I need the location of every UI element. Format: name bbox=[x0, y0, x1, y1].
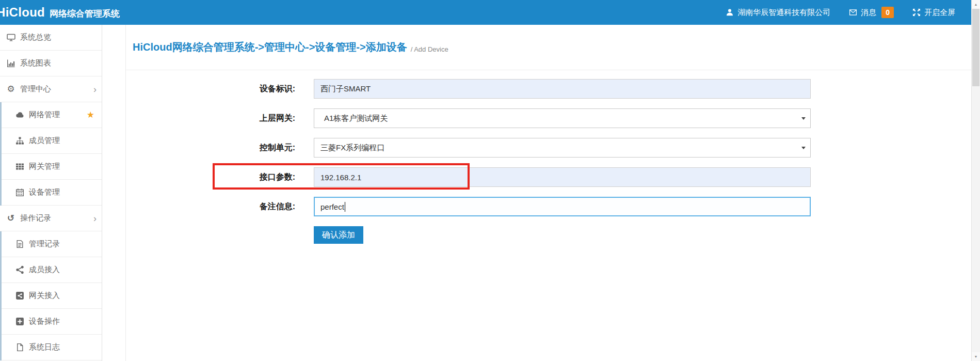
main-content: HiCloud网络综合管理系统->管理中心->设备管理->添加设备 / Add … bbox=[125, 25, 971, 361]
star-icon: ★ bbox=[87, 111, 94, 119]
chevron-right-icon: › bbox=[93, 214, 97, 223]
sidebar-nav: 系统总览 系统图表 ⚙ 管理中心 › 网络管理 ★ 成员管理 bbox=[0, 25, 102, 361]
fullscreen-label: 开启全屏 bbox=[924, 8, 955, 18]
device-id-label: 设备标识: bbox=[126, 84, 295, 95]
file-text-icon bbox=[15, 240, 24, 249]
envelope-icon bbox=[849, 8, 857, 17]
messages-label: 消息 bbox=[861, 8, 876, 18]
user-icon bbox=[726, 8, 734, 17]
vertical-scrollbar[interactable]: ▲ ▼ bbox=[971, 0, 980, 361]
sidebar-item-network-management[interactable]: 网络管理 ★ bbox=[2, 102, 102, 128]
bar-chart-icon bbox=[6, 59, 15, 68]
sidebar-group-management: 网络管理 ★ 成员管理 网关管理 设备管理 bbox=[0, 102, 102, 206]
breadcrumb: HiCloud网络综合管理系统->管理中心->设备管理->添加设备 / Add … bbox=[126, 25, 971, 70]
upper-gateway-select[interactable]: A1栋客户测试网关 bbox=[314, 108, 811, 128]
messages-count-badge: 0 bbox=[881, 7, 894, 18]
sidebar-item-label: 操作记录 bbox=[20, 213, 51, 223]
form-row-remark: 备注信息: perfect bbox=[126, 197, 971, 216]
sidebar-item-label: 管理记录 bbox=[29, 239, 60, 249]
upper-gateway-label: 上层网关: bbox=[126, 113, 295, 124]
share-icon bbox=[15, 265, 24, 275]
plus-square-icon bbox=[15, 317, 24, 326]
calendar-icon bbox=[15, 188, 24, 197]
control-unit-select[interactable]: 三菱FX系列编程口 bbox=[314, 138, 811, 158]
sidebar-item-device-operation[interactable]: 设备操作 bbox=[2, 309, 102, 335]
interface-params-label: 接口参数: bbox=[126, 172, 295, 183]
grid-icon bbox=[15, 162, 24, 171]
sidebar-item-management-records[interactable]: 管理记录 bbox=[2, 231, 102, 257]
sitemap-icon bbox=[15, 136, 24, 146]
sidebar-group-records: 管理记录 成员接入 网关接入 设备操作 系统日志 bbox=[0, 231, 102, 360]
sidebar-item-gateway-access[interactable]: 网关接入 bbox=[2, 283, 102, 309]
sidebar-item-member-access[interactable]: 成员接入 bbox=[2, 257, 102, 283]
history-icon: ↺ bbox=[6, 214, 15, 223]
sidebar-item-member-management[interactable]: 成员管理 bbox=[2, 128, 102, 154]
sidebar-item-label: 系统图表 bbox=[20, 58, 51, 68]
monitor-icon bbox=[6, 33, 15, 42]
sidebar-item-label: 系统日志 bbox=[29, 342, 60, 352]
scroll-down-button[interactable]: ▼ bbox=[972, 352, 980, 361]
file-icon bbox=[15, 343, 24, 352]
remark-label: 备注信息: bbox=[126, 201, 295, 212]
breadcrumb-suffix: / Add Device bbox=[411, 42, 448, 53]
chevron-down-icon bbox=[801, 117, 806, 120]
confirm-add-button[interactable]: 确认添加 bbox=[314, 226, 363, 244]
control-unit-selected-value: 三菱FX系列编程口 bbox=[320, 143, 384, 153]
form-row-interface-params: 接口参数: bbox=[126, 167, 971, 187]
add-device-form: 设备标识: 上层网关: A1栋客户测试网关 控制单元: 三菱FX系列编程口 接口… bbox=[126, 70, 971, 244]
fullscreen-icon bbox=[912, 8, 921, 17]
form-row-control-unit: 控制单元: 三菱FX系列编程口 bbox=[126, 138, 971, 158]
scrollbar-thumb[interactable] bbox=[972, 9, 979, 86]
form-row-upper-gateway: 上层网关: A1栋客户测试网关 bbox=[126, 108, 971, 128]
sidebar-item-system-charts[interactable]: 系统图表 bbox=[0, 51, 102, 76]
chevron-right-icon: › bbox=[93, 85, 97, 94]
sidebar-item-label: 系统总览 bbox=[20, 33, 51, 42]
control-unit-label: 控制单元: bbox=[126, 143, 295, 153]
device-id-input[interactable] bbox=[314, 79, 811, 99]
sidebar-item-management-center[interactable]: ⚙ 管理中心 › bbox=[0, 76, 102, 102]
sidebar-item-gateway-management[interactable]: 网关管理 bbox=[2, 154, 102, 180]
upper-gateway-selected-value: A1栋客户测试网关 bbox=[324, 114, 388, 123]
company-account[interactable]: 湖南华辰智通科技有限公司 bbox=[726, 8, 830, 18]
sidebar-item-system-log[interactable]: 系统日志 bbox=[2, 335, 102, 360]
share-square-icon bbox=[15, 291, 24, 301]
sidebar-item-system-overview[interactable]: 系统总览 bbox=[0, 25, 102, 51]
app-logo-subtitle: 网络综合管理系统 bbox=[50, 8, 120, 20]
sidebar-item-device-management[interactable]: 设备管理 bbox=[2, 180, 102, 206]
messages-button[interactable]: 消息 0 bbox=[849, 7, 894, 18]
breadcrumb-trail: HiCloud网络综合管理系统->管理中心->设备管理->添加设备 bbox=[133, 40, 407, 54]
sidebar-item-label: 网关管理 bbox=[29, 162, 60, 171]
sidebar-item-label: 网关接入 bbox=[29, 291, 60, 301]
remark-input[interactable]: perfect bbox=[314, 197, 811, 216]
chevron-down-icon bbox=[801, 147, 806, 149]
text-cursor bbox=[345, 202, 345, 212]
sidebar-item-label: 设备管理 bbox=[29, 187, 60, 197]
sidebar-item-label: 网络管理 bbox=[29, 110, 60, 120]
app-logo-bold: HiCloud bbox=[0, 5, 45, 20]
sidebar-item-label: 设备操作 bbox=[29, 317, 60, 326]
remark-input-value: perfect bbox=[320, 202, 344, 211]
fullscreen-button[interactable]: 开启全屏 bbox=[912, 8, 955, 18]
scroll-up-button[interactable]: ▲ bbox=[972, 0, 980, 9]
form-row-device-id: 设备标识: bbox=[126, 79, 971, 99]
sidebar-item-label: 管理中心 bbox=[20, 84, 51, 94]
gears-icon: ⚙ bbox=[6, 85, 15, 94]
sidebar-item-label: 成员接入 bbox=[29, 265, 60, 275]
company-name: 湖南华辰智通科技有限公司 bbox=[737, 8, 830, 18]
interface-params-input[interactable] bbox=[314, 167, 811, 187]
header-actions: 湖南华辰智通科技有限公司 消息 0 开启全屏 bbox=[726, 7, 980, 18]
app-logo: HiCloud 网络综合管理系统 bbox=[0, 5, 120, 20]
sidebar-item-operation-records[interactable]: ↺ 操作记录 › bbox=[0, 206, 102, 231]
top-bar: HiCloud 网络综合管理系统 湖南华辰智通科技有限公司 消息 0 bbox=[0, 0, 980, 25]
cloud-icon bbox=[15, 111, 24, 120]
sidebar-item-label: 成员管理 bbox=[29, 136, 60, 146]
